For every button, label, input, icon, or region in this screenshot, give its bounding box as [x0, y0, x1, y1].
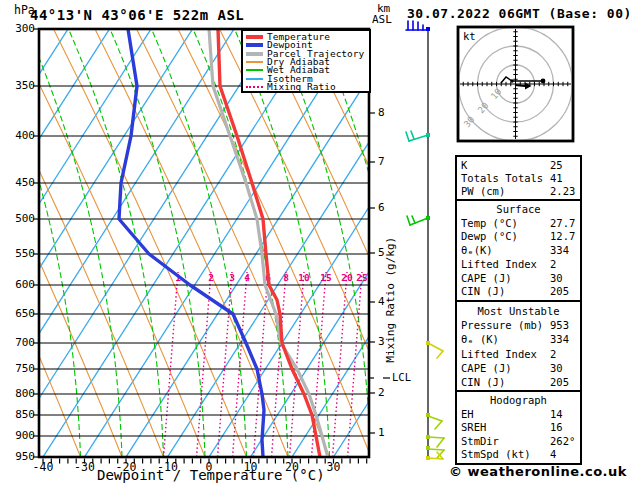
hodograph-trace	[501, 77, 543, 83]
indices-row-label: Totals Totals	[461, 172, 543, 184]
wet-adiabat-line	[69, 29, 164, 457]
mixing-ratio-line	[333, 272, 348, 457]
indices-row: PW (cm)2.23	[457, 185, 580, 198]
mixing-ratio-label: 15	[320, 272, 332, 283]
indices-row: Dewp (°C)12.7	[457, 230, 580, 244]
indices-row-label: CAPE (J)	[461, 272, 512, 284]
indices-row: θₑ (K)334	[457, 332, 580, 346]
pressure-tick-label: 450	[6, 177, 35, 189]
indices-row-value: 334	[550, 332, 569, 346]
indices-row-label: EH	[461, 408, 474, 420]
indices-row: K25	[457, 159, 580, 172]
km-tick-label: 3	[378, 336, 385, 348]
pressure-tick-label: 550	[6, 248, 35, 260]
indices-row-label: StmDir	[461, 435, 499, 447]
temp-tick-label: 0	[194, 461, 224, 473]
km-tick-label: 5	[378, 247, 385, 259]
mixing-ratio-label: 2	[208, 272, 214, 283]
indices-row-label: θₑ(K)	[461, 244, 493, 256]
indices-row-value: 334	[550, 244, 569, 258]
hodograph-ring-label: 10	[489, 87, 504, 102]
hodograph-ring-label: 20	[476, 101, 491, 116]
pressure-tick-label: 600	[6, 279, 35, 291]
indices-row-value: 14	[550, 408, 563, 422]
indices-row-value: 2	[550, 258, 556, 272]
km-tick-label: 8	[378, 107, 385, 119]
pressure-tick-label: 400	[6, 130, 35, 142]
wind-barb	[406, 21, 430, 31]
indices-section: K25Totals Totals41PW (cm)2.23	[455, 155, 582, 201]
mixing-ratio-label: 20	[341, 272, 353, 283]
dry-adiabat-line	[137, 29, 330, 457]
temp-tick-label: -20	[111, 461, 141, 473]
mixing-ratio-label: 25	[356, 272, 368, 283]
indices-row-label: K	[461, 159, 467, 171]
indices-row-label: Temp (°C)	[461, 217, 518, 229]
mixing-ratio-line	[164, 272, 179, 457]
wet-adiabat-line	[193, 29, 288, 457]
km-tick-label: 7	[378, 156, 385, 168]
indices-row: CIN (J)205	[457, 375, 580, 389]
datetime-title: 30.07.2022 06GMT (Base: 00)	[407, 7, 629, 21]
indices-row: θₑ(K)334	[457, 244, 580, 258]
indices-row-value: 27.7	[550, 217, 575, 231]
indices-row-label: PW (cm)	[461, 185, 505, 197]
wind-barb	[407, 216, 430, 225]
mixing-ratio-line	[272, 272, 287, 457]
indices-row-value: 41	[550, 172, 563, 185]
mixing-ratio-label: 3	[229, 272, 235, 283]
pressure-tick-label: 300	[6, 23, 35, 35]
isotherm-line	[43, 29, 317, 457]
indices-row-label: SREH	[461, 421, 486, 433]
indices-section-header: Hodograph	[457, 394, 580, 408]
mixing-ratio-label: 8	[283, 272, 289, 283]
temp-tick-label: -40	[28, 461, 58, 473]
indices-row-value: 953	[550, 318, 569, 332]
temp-tick-label: 20	[277, 461, 307, 473]
pressure-tick-label: 500	[6, 213, 35, 225]
indices-row-value: 12.7	[550, 230, 575, 244]
indices-section-header: Most Unstable	[457, 304, 580, 318]
hodograph-unit-label: kt	[463, 31, 476, 42]
indices-row: Pressure (mb)953	[457, 318, 580, 332]
km-tick-label: 6	[378, 202, 385, 214]
indices-row: StmDir262°	[457, 435, 580, 449]
mixing-ratio-axis-title: Mixing Ratio (g/kg)	[385, 225, 397, 375]
hodograph: 102030	[458, 27, 573, 141]
indices-row-value: 205	[550, 375, 569, 389]
sounding-curves	[119, 29, 327, 457]
plot-frame	[39, 29, 369, 457]
mixing-ratio-line	[218, 272, 233, 457]
indices-row-label: Lifted Index	[461, 258, 537, 270]
indices-row-label: Lifted Index	[461, 348, 537, 360]
indices-row: CAPE (J)30	[457, 272, 580, 286]
indices-row: StmSpd (kt)4	[457, 448, 580, 462]
indices-row-value: 16	[550, 421, 563, 435]
wind-barb	[426, 435, 444, 447]
indices-section: HodographEH14SREH16StmDir262°StmSpd (kt)…	[455, 390, 582, 465]
indices-row-label: StmSpd (kt)	[461, 448, 531, 460]
indices-row: Temp (°C)27.7	[457, 217, 580, 231]
indices-row: SREH16	[457, 421, 580, 435]
indices-row-value: 205	[550, 285, 569, 299]
pressure-tick-label: 900	[6, 430, 35, 442]
mixing-ratio-label: 10	[298, 272, 310, 283]
temp-tick-label: -10	[153, 461, 183, 473]
indices-row-label: CIN (J)	[461, 376, 505, 388]
pressure-tick-label: 800	[6, 388, 35, 400]
station-title: 44°13'N 43°06'E 522m ASL	[30, 8, 244, 23]
wind-barb	[406, 131, 430, 141]
copyright: © weatheronline.co.uk	[449, 465, 627, 479]
indices-section-header: Surface	[457, 203, 580, 217]
indices-row-value: 2	[550, 347, 556, 361]
km-tick-label: 1	[378, 427, 385, 439]
wet-adiabat-line	[152, 29, 247, 457]
isotherm-line	[209, 29, 483, 457]
indices-row: CIN (J)205	[457, 285, 580, 299]
indices-row-value: 262°	[550, 435, 575, 449]
wet-adiabat-line	[235, 29, 330, 457]
indices-row: CAPE (J)30	[457, 361, 580, 375]
legend-line-sample	[246, 69, 263, 71]
indices-row-value: 25	[550, 159, 563, 172]
legend-line-sample	[246, 35, 263, 39]
